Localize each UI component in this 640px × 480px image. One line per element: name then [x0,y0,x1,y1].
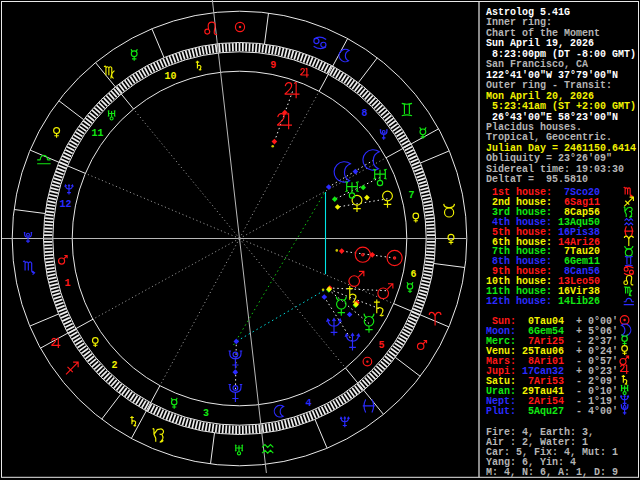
svg-text:Tropical, Geocentric.: Tropical, Geocentric. [486,132,612,143]
svg-text:Plut:: Plut: [486,406,516,417]
svg-text:Outer ring - Transit:: Outer ring - Transit: [486,80,612,91]
svg-text:9: 9 [270,60,276,71]
svg-text:6: 6 [410,269,416,280]
svg-text:10: 10 [164,71,176,82]
svg-text:8: 8 [361,108,367,119]
svg-text:5Aqu27: 5Aqu27 [528,406,564,417]
svg-text:1: 1 [65,278,71,289]
svg-text:Inner ring:: Inner ring: [486,17,552,28]
svg-text:Sun April 19, 2026: Sun April 19, 2026 [486,38,594,49]
svg-text:Julian Day = 2461150.6414: Julian Day = 2461150.6414 [486,143,636,154]
svg-text:122°41'00"W 37°79'00"N: 122°41'00"W 37°79'00"N [486,70,618,81]
svg-text:M: 4, N: 6, A: 1, D: 9: M: 4, N: 6, A: 1, D: 9 [486,467,618,478]
svg-text:26°43'00"E 58°23'00"N: 26°43'00"E 58°23'00"N [486,112,618,123]
svg-text:San Francisco, CA: San Francisco, CA [486,59,588,70]
svg-text:7: 7 [408,190,414,201]
svg-text:5: 5 [379,340,385,351]
svg-text:Astrolog 5.41G: Astrolog 5.41G [486,7,570,18]
svg-text:8:23:00pm (DT -8:00 GMT): 8:23:00pm (DT -8:00 GMT) [486,49,636,60]
svg-text:12: 12 [59,199,71,210]
svg-text:Obliquity = 23°26'09": Obliquity = 23°26'09" [486,153,612,164]
svg-text:5:23:41am (ST +2:00 GMT): 5:23:41am (ST +2:00 GMT) [486,101,636,112]
svg-text:12th house:: 12th house: [486,296,552,307]
svg-text:- 4°00': - 4°00' [576,406,618,417]
svg-text:Placidus houses.: Placidus houses. [486,122,582,133]
svg-text:14Lib26: 14Lib26 [558,296,600,307]
svg-text:2: 2 [111,360,117,371]
svg-text:Sidereal time: 19:03:30: Sidereal time: 19:03:30 [486,164,624,175]
svg-text:Mon April 20, 2026: Mon April 20, 2026 [486,91,594,102]
svg-text:DeltaT = 95.5810: DeltaT = 95.5810 [486,174,588,185]
svg-text:4: 4 [306,398,312,409]
svg-text:Chart of the Moment: Chart of the Moment [486,28,600,39]
svg-text:3: 3 [203,408,209,419]
svg-text:11: 11 [91,128,103,139]
